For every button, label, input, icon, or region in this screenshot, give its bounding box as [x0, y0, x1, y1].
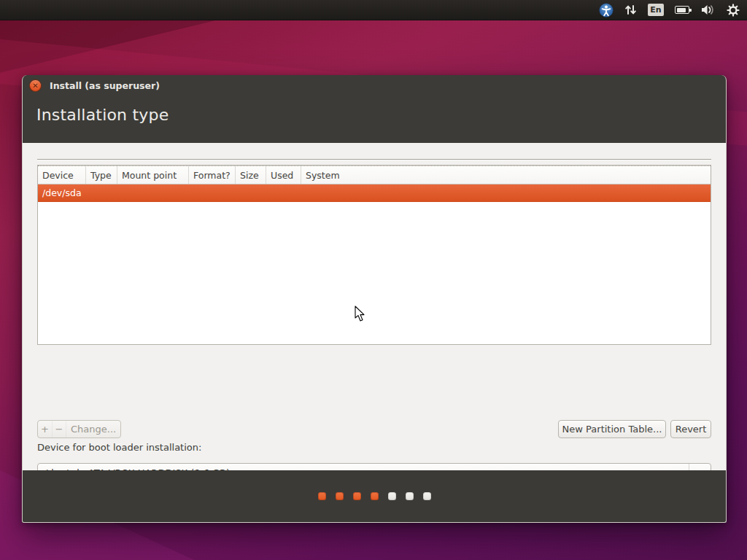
partition-toolbar: + − Change... New Partition Table... Rev… [37, 420, 711, 438]
progress-dot [336, 492, 344, 500]
partition-table[interactable]: Device Type Mount point Format? Size Use… [37, 165, 711, 345]
session-gear-icon[interactable] [727, 0, 740, 20]
volume-icon[interactable] [700, 0, 716, 20]
column-header-device[interactable]: Device [38, 166, 86, 184]
language-indicator[interactable]: En [648, 4, 664, 16]
column-header-type[interactable]: Type [86, 166, 117, 184]
titlebar[interactable]: ✕ Install (as superuser) [22, 75, 727, 96]
change-partition-button[interactable]: Change... [66, 421, 120, 438]
column-header-mount-point[interactable]: Mount point [117, 166, 189, 184]
table-empty-area [38, 202, 711, 344]
partition-edit-group: + − Change... [37, 420, 121, 438]
column-header-system[interactable]: System [301, 166, 711, 184]
top-panel: En [0, 0, 747, 20]
bootloader-label: Device for boot loader installation: [37, 440, 201, 455]
progress-dot [423, 492, 431, 500]
progress-dot [371, 492, 379, 500]
column-header-used[interactable]: Used [266, 166, 301, 184]
remove-partition-button[interactable]: − [52, 421, 66, 438]
keyboard-indicator-icon[interactable] [624, 0, 637, 20]
progress-dot [318, 492, 326, 500]
close-button[interactable]: ✕ [29, 79, 42, 92]
progress-dots [318, 492, 431, 500]
progress-dot [353, 492, 361, 500]
progress-dot [406, 492, 414, 500]
new-partition-table-button[interactable]: New Partition Table... [558, 420, 666, 438]
revert-button[interactable]: Revert [670, 420, 711, 438]
column-header-size[interactable]: Size [236, 166, 266, 184]
progress-dot [388, 492, 396, 500]
window-title: Install (as superuser) [50, 80, 160, 91]
table-header-row: Device Type Mount point Format? Size Use… [38, 166, 711, 184]
table-row-selected[interactable]: /dev/sda [38, 184, 711, 202]
page-title: Installation type [36, 106, 169, 124]
installer-window: ✕ Install (as superuser) Installation ty… [22, 75, 727, 523]
column-header-format[interactable]: Format? [189, 166, 236, 184]
separator-line [37, 159, 711, 160]
accessibility-icon[interactable] [599, 0, 614, 20]
content-area: Device Type Mount point Format? Size Use… [22, 143, 727, 470]
window-footer [22, 470, 727, 523]
window-header: ✕ Install (as superuser) Installation ty… [22, 75, 727, 143]
add-partition-button[interactable]: + [38, 421, 52, 438]
battery-icon[interactable] [675, 0, 689, 20]
